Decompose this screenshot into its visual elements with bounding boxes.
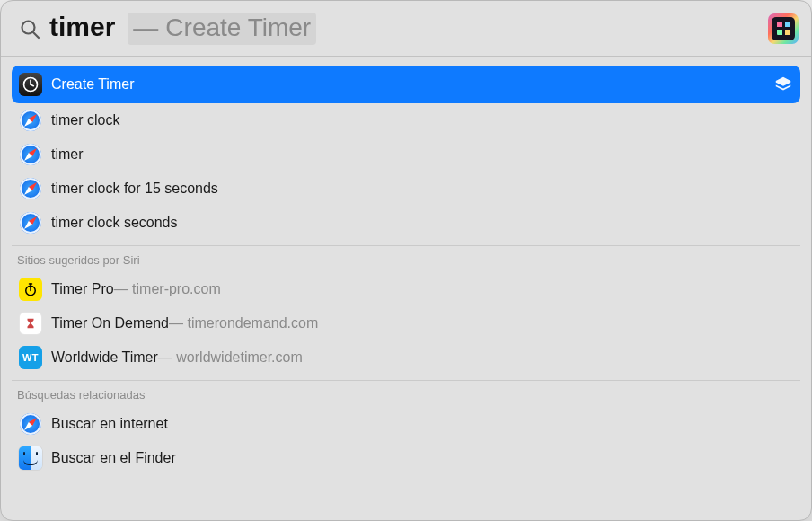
- safari-icon: [19, 412, 42, 436]
- safari-icon: [19, 143, 42, 166]
- search-icon: [17, 16, 42, 41]
- result-sublabel: — timerondemand.com: [169, 315, 318, 331]
- result-row[interactable]: Timer Pro — timer-pro.com: [12, 272, 800, 306]
- result-label: Create Timer: [51, 76, 134, 93]
- svg-line-1: [33, 32, 39, 38]
- completion-dash: —: [133, 13, 158, 42]
- result-row[interactable]: WTWorldwide Timer — worldwidetimer.com: [12, 340, 800, 375]
- result-row[interactable]: Buscar en internet: [12, 407, 800, 441]
- wt-icon: WT: [19, 346, 42, 369]
- result-label: Buscar en internet: [51, 416, 168, 432]
- shortcuts-app-icon: [768, 13, 799, 44]
- result-row[interactable]: Buscar en el Finder: [12, 441, 800, 475]
- search-query-text: timer: [49, 12, 115, 42]
- result-label: Timer Pro: [51, 281, 114, 297]
- clock-app-icon: [19, 73, 42, 96]
- section-header: Búsquedas relacionadas: [12, 380, 800, 407]
- result-row[interactable]: Timer On Demend — timerondemand.com: [12, 306, 800, 340]
- safari-icon: [19, 109, 42, 132]
- layers-icon: [773, 75, 793, 94]
- results-list: Create Timertimer clocktimertimer clock …: [1, 57, 811, 520]
- hourglass-icon: [19, 312, 42, 335]
- safari-icon: [19, 177, 42, 200]
- result-row[interactable]: Create Timer: [12, 66, 800, 103]
- result-sublabel: — worldwidetimer.com: [158, 349, 303, 366]
- finder-icon: [19, 446, 42, 470]
- result-label: timer clock: [51, 112, 119, 128]
- result-row[interactable]: timer clock for 15 seconds: [12, 172, 800, 206]
- result-label: Worldwide Timer: [51, 349, 158, 366]
- search-completion: — Create Timer: [128, 13, 316, 45]
- result-sublabel: — timer-pro.com: [114, 281, 221, 297]
- result-row[interactable]: timer clock: [12, 103, 800, 137]
- search-bar: timer — Create Timer: [1, 1, 811, 57]
- result-label: timer clock seconds: [51, 215, 178, 231]
- result-label: Buscar en el Finder: [51, 450, 176, 466]
- result-row[interactable]: timer clock seconds: [12, 206, 800, 240]
- stopwatch-icon: [19, 278, 42, 301]
- section-header: Sitios sugeridos por Siri: [12, 245, 800, 272]
- safari-icon: [19, 211, 42, 234]
- result-label: timer clock for 15 seconds: [51, 181, 218, 197]
- search-input[interactable]: timer — Create Timer: [49, 12, 759, 45]
- svg-line-4: [31, 84, 33, 86]
- spotlight-window: timer — Create Timer Create Timertimer c…: [0, 0, 812, 521]
- result-label: Timer On Demend: [51, 315, 169, 331]
- completion-text: Create Timer: [165, 13, 311, 42]
- result-label: timer: [51, 146, 84, 163]
- result-row[interactable]: timer: [12, 137, 800, 172]
